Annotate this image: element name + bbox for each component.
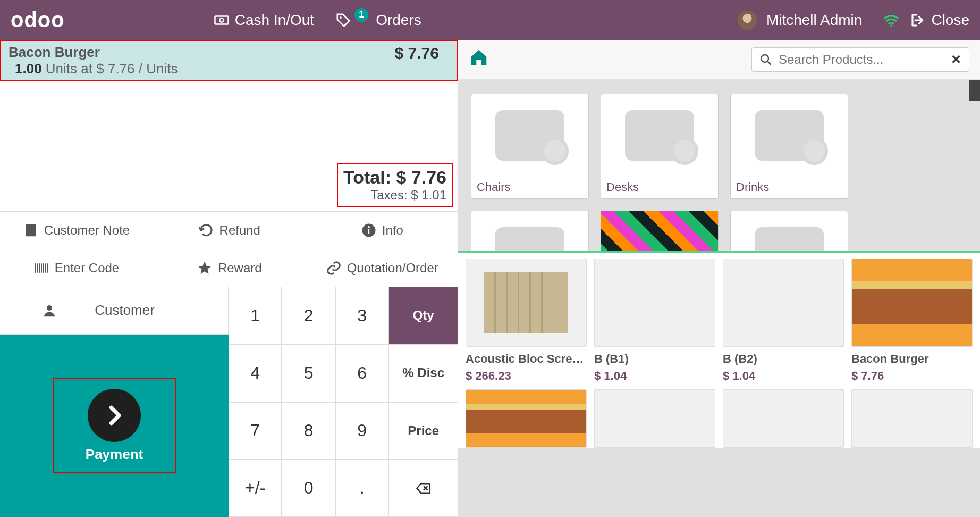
barcode-icon [33,260,49,276]
order-line[interactable]: Bacon Burger 1.00 Units at $ 7.76 / Unit… [0,40,458,81]
svg-point-1 [219,18,224,22]
orders-badge: 1 [354,8,368,22]
numkey-4[interactable]: 4 [229,344,282,402]
mode-qty-button[interactable]: Qty [388,287,458,344]
product-image [594,258,715,347]
orderline-name: Bacon Burger [9,44,178,61]
numkey-3[interactable]: 3 [335,287,388,344]
customer-note-label: Customer Note [44,223,130,238]
scrollbar[interactable] [969,80,980,202]
link-icon [326,260,342,276]
enter-code-label: Enter Code [55,261,119,276]
numkey-5[interactable]: 5 [282,344,335,402]
numkey-7[interactable]: 7 [229,402,282,460]
product-image [851,258,973,347]
star-icon [197,260,213,276]
info-button[interactable]: Info [306,212,459,249]
payment-label: Payment [86,446,143,463]
search-input[interactable] [779,52,944,67]
cash-in-out-button[interactable]: Cash In/Out [214,12,314,29]
search-box[interactable]: ✕ [751,47,969,72]
category-label: Drinks [736,180,769,194]
orderline-detail: 1.00 Units at $ 7.76 / Units [9,61,178,77]
numpad: 1 2 3 Qty 4 5 6 % Disc 7 8 9 Price +/- 0… [229,287,458,517]
reward-label: Reward [218,261,262,276]
user-name: Mitchell Admin [766,12,863,29]
category-label: Desks [606,180,639,194]
category-chairs[interactable]: Chairs [471,94,589,199]
quotation-button[interactable]: Quotation/Order [306,249,459,287]
svg-point-7 [368,226,370,228]
svg-rect-4 [26,224,36,237]
orderline-price: $ 7.76 [395,44,450,62]
chevron-right-icon [103,404,126,427]
product-panel: ✕ Chairs Desks Drinks Acoustic Bloc Scre… [458,40,980,517]
product-card[interactable]: Acoustic Bloc Screens $ 266.23 [466,258,587,383]
numkey-dot[interactable]: . [335,460,388,517]
product-price: $ 266.23 [466,369,587,383]
customer-label: Customer [95,302,155,319]
customer-note-button[interactable]: Customer Note [0,212,153,249]
order-totals: Total: $ 7.76 Taxes: $ 1.01 [337,163,453,207]
category-label: Chairs [477,180,511,194]
avatar [738,11,757,30]
numkey-9[interactable]: 9 [335,402,388,460]
payment-button[interactable]: Payment [0,335,229,517]
svg-point-2 [340,16,342,19]
tag-icon [335,12,351,28]
product-card[interactable] [466,389,587,448]
product-name: Acoustic Bloc Screens [466,352,587,366]
wifi-status [883,12,899,28]
numkey-6[interactable]: 6 [335,344,388,402]
numkey-8[interactable]: 8 [282,402,335,460]
product-price: $ 1.04 [723,369,844,383]
product-name: B (B2) [723,352,844,366]
order-panel: Bacon Burger 1.00 Units at $ 7.76 / Unit… [0,40,458,517]
enter-code-button[interactable]: Enter Code [0,249,153,287]
product-card[interactable]: B (B2) $ 1.04 [723,258,844,383]
logout-icon [910,12,926,28]
numkey-1[interactable]: 1 [229,287,282,344]
orders-button[interactable]: 1 Orders [335,12,421,29]
product-name: Bacon Burger [851,352,973,366]
product-card[interactable]: B (B1) $ 1.04 [594,258,715,383]
logo: odoo [11,8,65,32]
mode-price-button[interactable]: Price [388,402,458,460]
numkey-2[interactable]: 2 [282,287,335,344]
numkey-0[interactable]: 0 [282,460,335,517]
category-desks[interactable]: Desks [601,94,719,199]
customer-button[interactable]: Customer [0,287,229,335]
svg-rect-6 [368,229,369,234]
product-card[interactable] [723,389,844,448]
mode-disc-button[interactable]: % Disc [388,344,458,402]
wifi-icon [883,12,899,28]
home-button[interactable] [469,47,489,72]
refund-label: Refund [219,223,260,238]
quotation-label: Quotation/Order [347,261,438,276]
cash-icon [214,12,230,28]
category-drinks[interactable]: Drinks [730,94,848,199]
home-icon [469,47,489,68]
close-button[interactable]: Close [910,12,969,29]
user-menu[interactable]: Mitchell Admin [738,11,863,30]
orders-label: Orders [376,12,421,29]
backspace-icon [416,480,432,496]
reward-button[interactable]: Reward [153,249,306,287]
info-icon [361,222,377,238]
product-price: $ 7.76 [851,369,973,383]
top-bar: odoo Cash In/Out 1 Orders Mitchell Admin… [0,0,980,40]
undo-icon [198,222,214,238]
product-name: B (B1) [594,352,715,366]
svg-point-3 [891,24,893,27]
backspace-button[interactable] [388,460,458,517]
clear-search-button[interactable]: ✕ [951,52,961,67]
product-card[interactable]: Bacon Burger $ 7.76 [851,258,973,383]
info-label: Info [382,223,403,238]
product-card[interactable] [851,389,973,448]
product-list: Acoustic Bloc Screens $ 266.23 B (B1) $ … [458,251,980,448]
close-label: Close [931,12,969,29]
refund-button[interactable]: Refund [153,212,306,249]
note-icon [23,222,39,238]
numkey-plusminus[interactable]: +/- [229,460,282,517]
product-card[interactable] [594,389,715,448]
